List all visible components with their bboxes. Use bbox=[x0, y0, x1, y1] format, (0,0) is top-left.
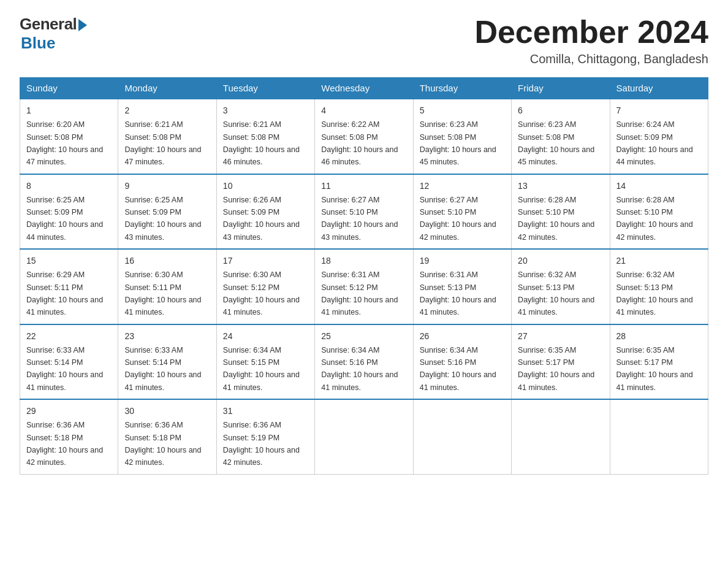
calendar-cell bbox=[413, 399, 511, 474]
calendar-cell bbox=[315, 399, 413, 474]
logo-blue-text: Blue bbox=[21, 34, 55, 53]
day-info: Sunrise: 6:28 AMSunset: 5:10 PMDaylight:… bbox=[616, 196, 693, 242]
calendar-cell: 22Sunrise: 6:33 AMSunset: 5:14 PMDayligh… bbox=[20, 324, 118, 400]
calendar-cell bbox=[610, 399, 708, 474]
day-number: 23 bbox=[124, 330, 210, 343]
day-info: Sunrise: 6:23 AMSunset: 5:08 PMDaylight:… bbox=[420, 120, 496, 166]
day-info: Sunrise: 6:26 AMSunset: 5:09 PMDaylight:… bbox=[223, 196, 300, 242]
day-info: Sunrise: 6:25 AMSunset: 5:09 PMDaylight:… bbox=[26, 196, 103, 242]
day-info: Sunrise: 6:27 AMSunset: 5:10 PMDaylight:… bbox=[321, 196, 398, 242]
day-number: 1 bbox=[26, 104, 112, 117]
day-info: Sunrise: 6:36 AMSunset: 5:18 PMDaylight:… bbox=[124, 421, 201, 467]
calendar-cell: 7Sunrise: 6:24 AMSunset: 5:09 PMDaylight… bbox=[610, 99, 708, 174]
day-info: Sunrise: 6:35 AMSunset: 5:17 PMDaylight:… bbox=[616, 346, 693, 392]
calendar-cell: 9Sunrise: 6:25 AMSunset: 5:09 PMDaylight… bbox=[118, 174, 216, 250]
day-info: Sunrise: 6:24 AMSunset: 5:09 PMDaylight:… bbox=[616, 120, 693, 166]
logo: General Blue bbox=[20, 15, 87, 53]
day-number: 27 bbox=[518, 330, 603, 343]
calendar-cell: 23Sunrise: 6:33 AMSunset: 5:14 PMDayligh… bbox=[118, 324, 216, 400]
day-number: 16 bbox=[124, 255, 210, 267]
day-number: 4 bbox=[321, 104, 406, 117]
day-info: Sunrise: 6:30 AMSunset: 5:11 PMDaylight:… bbox=[124, 270, 201, 316]
location-subtitle: Comilla, Chittagong, Bangladesh bbox=[474, 52, 708, 66]
day-number: 5 bbox=[420, 104, 505, 117]
day-info: Sunrise: 6:35 AMSunset: 5:17 PMDaylight:… bbox=[518, 346, 594, 392]
header-friday: Friday bbox=[512, 78, 610, 99]
day-number: 2 bbox=[124, 104, 210, 117]
calendar-cell: 29Sunrise: 6:36 AMSunset: 5:18 PMDayligh… bbox=[20, 399, 118, 474]
calendar-cell: 14Sunrise: 6:28 AMSunset: 5:10 PMDayligh… bbox=[610, 174, 708, 250]
calendar-cell: 10Sunrise: 6:26 AMSunset: 5:09 PMDayligh… bbox=[216, 174, 314, 250]
calendar-cell: 21Sunrise: 6:32 AMSunset: 5:13 PMDayligh… bbox=[610, 249, 708, 324]
day-info: Sunrise: 6:36 AMSunset: 5:19 PMDaylight:… bbox=[223, 421, 300, 467]
logo-general-text: General bbox=[20, 15, 77, 34]
day-number: 9 bbox=[124, 180, 210, 193]
calendar-cell: 19Sunrise: 6:31 AMSunset: 5:13 PMDayligh… bbox=[413, 249, 511, 324]
day-number: 12 bbox=[420, 180, 505, 193]
calendar-cell: 2Sunrise: 6:21 AMSunset: 5:08 PMDaylight… bbox=[118, 99, 216, 174]
day-number: 14 bbox=[616, 180, 702, 193]
month-title: December 2024 bbox=[474, 15, 708, 50]
day-info: Sunrise: 6:34 AMSunset: 5:16 PMDaylight:… bbox=[420, 346, 496, 392]
calendar-week-1: 1Sunrise: 6:20 AMSunset: 5:08 PMDaylight… bbox=[20, 99, 708, 174]
header-monday: Monday bbox=[118, 78, 216, 99]
header-row: SundayMondayTuesdayWednesdayThursdayFrid… bbox=[20, 78, 708, 99]
day-info: Sunrise: 6:23 AMSunset: 5:08 PMDaylight:… bbox=[518, 120, 594, 166]
title-section: December 2024 Comilla, Chittagong, Bangl… bbox=[474, 15, 708, 66]
day-info: Sunrise: 6:21 AMSunset: 5:08 PMDaylight:… bbox=[124, 120, 201, 166]
day-info: Sunrise: 6:20 AMSunset: 5:08 PMDaylight:… bbox=[26, 120, 103, 166]
day-number: 26 bbox=[420, 330, 505, 343]
day-number: 7 bbox=[616, 104, 702, 117]
calendar-cell: 1Sunrise: 6:20 AMSunset: 5:08 PMDaylight… bbox=[20, 99, 118, 174]
day-info: Sunrise: 6:22 AMSunset: 5:08 PMDaylight:… bbox=[321, 120, 398, 166]
day-number: 28 bbox=[616, 330, 702, 343]
calendar-cell: 25Sunrise: 6:34 AMSunset: 5:16 PMDayligh… bbox=[315, 324, 413, 400]
calendar-cell: 30Sunrise: 6:36 AMSunset: 5:18 PMDayligh… bbox=[118, 399, 216, 474]
header-thursday: Thursday bbox=[413, 78, 511, 99]
day-number: 13 bbox=[518, 180, 603, 193]
calendar-cell: 16Sunrise: 6:30 AMSunset: 5:11 PMDayligh… bbox=[118, 249, 216, 324]
calendar-cell: 13Sunrise: 6:28 AMSunset: 5:10 PMDayligh… bbox=[512, 174, 610, 250]
logo-arrow-icon bbox=[78, 19, 87, 31]
calendar-cell bbox=[512, 399, 610, 474]
day-info: Sunrise: 6:27 AMSunset: 5:10 PMDaylight:… bbox=[420, 196, 496, 242]
calendar-cell: 17Sunrise: 6:30 AMSunset: 5:12 PMDayligh… bbox=[216, 249, 314, 324]
header-sunday: Sunday bbox=[20, 78, 118, 99]
day-info: Sunrise: 6:31 AMSunset: 5:12 PMDaylight:… bbox=[321, 270, 398, 316]
calendar-cell: 28Sunrise: 6:35 AMSunset: 5:17 PMDayligh… bbox=[610, 324, 708, 400]
day-info: Sunrise: 6:28 AMSunset: 5:10 PMDaylight:… bbox=[518, 196, 594, 242]
day-info: Sunrise: 6:29 AMSunset: 5:11 PMDaylight:… bbox=[26, 270, 103, 316]
day-number: 11 bbox=[321, 180, 406, 193]
calendar-cell: 6Sunrise: 6:23 AMSunset: 5:08 PMDaylight… bbox=[512, 99, 610, 174]
day-number: 29 bbox=[26, 405, 112, 418]
calendar-cell: 18Sunrise: 6:31 AMSunset: 5:12 PMDayligh… bbox=[315, 249, 413, 324]
day-info: Sunrise: 6:34 AMSunset: 5:16 PMDaylight:… bbox=[321, 346, 398, 392]
day-number: 18 bbox=[321, 255, 406, 267]
day-number: 24 bbox=[223, 330, 308, 343]
day-number: 10 bbox=[223, 180, 308, 193]
day-info: Sunrise: 6:36 AMSunset: 5:18 PMDaylight:… bbox=[26, 421, 103, 467]
calendar-cell: 15Sunrise: 6:29 AMSunset: 5:11 PMDayligh… bbox=[20, 249, 118, 324]
day-info: Sunrise: 6:30 AMSunset: 5:12 PMDaylight:… bbox=[223, 270, 300, 316]
calendar-cell: 11Sunrise: 6:27 AMSunset: 5:10 PMDayligh… bbox=[315, 174, 413, 250]
calendar-table: SundayMondayTuesdayWednesdayThursdayFrid… bbox=[20, 77, 708, 475]
day-info: Sunrise: 6:31 AMSunset: 5:13 PMDaylight:… bbox=[420, 270, 496, 316]
day-number: 30 bbox=[124, 405, 210, 418]
header-saturday: Saturday bbox=[610, 78, 708, 99]
calendar-cell: 4Sunrise: 6:22 AMSunset: 5:08 PMDaylight… bbox=[315, 99, 413, 174]
day-info: Sunrise: 6:32 AMSunset: 5:13 PMDaylight:… bbox=[616, 270, 693, 316]
page-header: General Blue December 2024 Comilla, Chit… bbox=[20, 15, 708, 66]
calendar-week-3: 15Sunrise: 6:29 AMSunset: 5:11 PMDayligh… bbox=[20, 249, 708, 324]
calendar-week-5: 29Sunrise: 6:36 AMSunset: 5:18 PMDayligh… bbox=[20, 399, 708, 474]
calendar-week-2: 8Sunrise: 6:25 AMSunset: 5:09 PMDaylight… bbox=[20, 174, 708, 250]
day-number: 20 bbox=[518, 255, 603, 267]
calendar-body: 1Sunrise: 6:20 AMSunset: 5:08 PMDaylight… bbox=[20, 99, 708, 474]
day-number: 22 bbox=[26, 330, 112, 343]
day-number: 15 bbox=[26, 255, 112, 267]
day-info: Sunrise: 6:32 AMSunset: 5:13 PMDaylight:… bbox=[518, 270, 594, 316]
calendar-cell: 20Sunrise: 6:32 AMSunset: 5:13 PMDayligh… bbox=[512, 249, 610, 324]
day-number: 25 bbox=[321, 330, 406, 343]
calendar-cell: 24Sunrise: 6:34 AMSunset: 5:15 PMDayligh… bbox=[216, 324, 314, 400]
day-info: Sunrise: 6:33 AMSunset: 5:14 PMDaylight:… bbox=[26, 346, 103, 392]
day-number: 31 bbox=[223, 405, 308, 418]
